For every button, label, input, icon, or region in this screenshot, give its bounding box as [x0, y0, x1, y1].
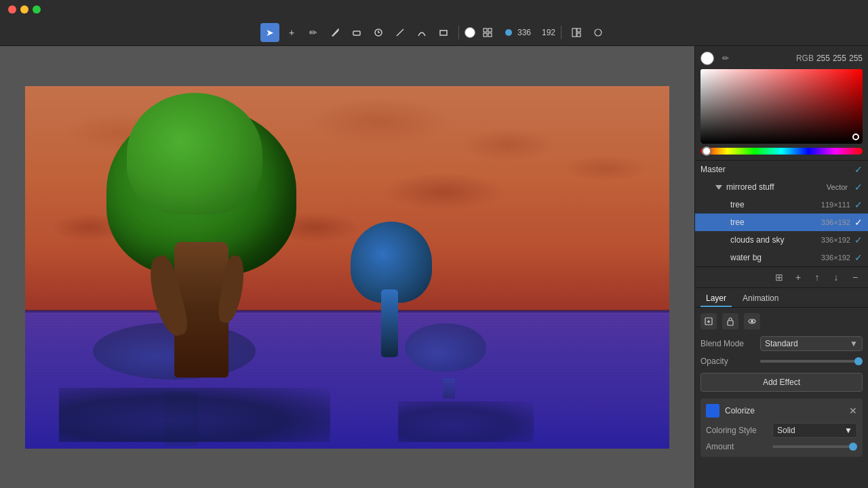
add-tool[interactable]: + — [282, 23, 301, 42]
layer-check-tree2: ✓ — [854, 217, 863, 228]
coloring-style-label: Coloring Style — [706, 426, 767, 435]
pixel-canvas[interactable] — [25, 86, 669, 449]
svg-rect-10 — [577, 33, 580, 37]
toolbar-divider — [458, 26, 459, 39]
opacity-row: Opacity — [701, 357, 863, 366]
layer-size-tree2: 336×192 — [821, 218, 850, 226]
effect-header: Colorize ✕ — [706, 404, 857, 418]
line-tool[interactable] — [391, 23, 410, 42]
rgb-b: 255 — [849, 54, 863, 63]
layer-tool-delete[interactable]: − — [848, 270, 863, 285]
color-gradient[interactable] — [701, 69, 863, 144]
amount-label: Amount — [706, 442, 767, 451]
grid-tool[interactable] — [478, 23, 497, 42]
coord-indicator — [505, 29, 512, 36]
brush-tool[interactable] — [326, 23, 344, 42]
toolbar: ➤ + ✏ 336 192 — [0, 19, 868, 46]
color-picker-section: ✏ RGB 255 255 255 — [695, 46, 868, 161]
tab-layer[interactable]: Layer — [701, 291, 732, 307]
opacity-slider[interactable] — [760, 360, 863, 363]
tree-small — [344, 222, 439, 371]
layer-item-tree1[interactable]: tree 119×111 ✓ — [695, 196, 868, 214]
rgb-r: 255 — [816, 54, 830, 63]
window-controls[interactable] — [8, 5, 41, 14]
layer-item-clouds[interactable]: clouds and sky 336×192 ✓ — [695, 231, 868, 249]
right-panel: ✏ RGB 255 255 255 Master — [694, 46, 868, 488]
layer-tabs: Layer Animation — [695, 288, 868, 308]
amount-row: Amount — [706, 442, 857, 451]
layer-item-tree2[interactable]: tree 336×192 ✓ — [695, 214, 868, 231]
layer-toolbar: ⊞ + ↑ ↓ − — [695, 267, 868, 288]
layers-section: Master ✓ mirrored stuff Vector ✓ tree 11… — [695, 161, 868, 267]
layer-lock-icon[interactable] — [722, 313, 738, 329]
layer-check-clouds: ✓ — [854, 235, 863, 245]
color-mode-pencil[interactable]: ✏ — [719, 52, 732, 64]
coordinates-display: 336 192 — [505, 28, 555, 37]
svg-rect-4 — [484, 28, 487, 32]
coloring-style-value: Solid — [777, 426, 795, 435]
svg-rect-5 — [488, 28, 492, 32]
color-swatch[interactable] — [701, 52, 714, 65]
svg-point-11 — [595, 29, 601, 36]
layer-export-icon[interactable] — [701, 313, 717, 329]
coloring-style-select[interactable]: Solid ▼ — [772, 423, 857, 438]
blend-mode-row: Blend Mode Standard ▼ — [701, 336, 863, 351]
layer-size-water: 336×192 — [821, 253, 850, 262]
layer-tool-down[interactable]: ↓ — [829, 270, 844, 285]
layer-name-clouds: clouds and sky — [730, 235, 817, 245]
extra-tool[interactable] — [589, 23, 608, 42]
layout-tool[interactable] — [567, 23, 586, 42]
layer-visible-icon[interactable] — [744, 313, 760, 329]
coloring-style-row: Coloring Style Solid ▼ — [706, 423, 857, 438]
add-effect-button[interactable]: Add Effect — [701, 373, 863, 392]
layer-item-water[interactable]: water bg 336×192 ✓ — [695, 249, 868, 266]
layer-size-clouds: 336×192 — [821, 236, 850, 244]
layer-options: Blend Mode Standard ▼ Opacity Add Effect — [695, 308, 868, 468]
layer-tool-up[interactable]: ↑ — [810, 270, 825, 285]
tab-animation[interactable]: Animation — [737, 291, 784, 307]
curve-tool[interactable] — [412, 23, 431, 42]
color-picker-button[interactable] — [465, 27, 475, 38]
layer-name-tree2: tree — [730, 218, 817, 227]
main-area: ✏ RGB 255 255 255 Master — [0, 46, 868, 488]
layer-tool-1[interactable]: ⊞ — [772, 270, 787, 285]
eraser-tool[interactable] — [347, 23, 366, 42]
layer-check-master: ✓ — [854, 164, 863, 175]
layer-type-mirrored: Vector — [827, 183, 848, 191]
hue-cursor — [702, 146, 711, 156]
layer-tool-add[interactable]: + — [791, 270, 806, 285]
rgb-g: 255 — [833, 54, 846, 63]
coord-y: 192 — [542, 28, 555, 37]
opacity-label: Opacity — [701, 357, 755, 366]
layer-item-mirrored[interactable]: mirrored stuff Vector ✓ — [695, 178, 868, 196]
svg-rect-16 — [728, 321, 733, 325]
effect-name: Colorize — [725, 406, 844, 415]
svg-rect-6 — [484, 33, 487, 37]
pencil-tool[interactable]: ✏ — [304, 23, 323, 42]
svg-rect-7 — [488, 33, 492, 37]
maximize-button[interactable] — [33, 5, 41, 14]
svg-rect-3 — [440, 30, 447, 35]
close-button[interactable] — [8, 5, 16, 14]
svg-line-2 — [397, 29, 403, 36]
minimize-button[interactable] — [20, 5, 28, 14]
layer-name-water: water bg — [730, 253, 817, 262]
rect-tool[interactable] — [434, 23, 453, 42]
water-cloud-reflection2 — [398, 401, 534, 442]
hue-slider[interactable] — [701, 148, 863, 155]
tree-large — [93, 106, 310, 378]
selector-tool[interactable]: ➤ — [260, 23, 279, 42]
layer-item-master[interactable]: Master ✓ — [695, 161, 868, 178]
blend-mode-select[interactable]: Standard ▼ — [760, 336, 863, 351]
amount-slider[interactable] — [772, 445, 857, 448]
effect-close-button[interactable]: ✕ — [849, 405, 857, 416]
effect-color-swatch[interactable] — [706, 404, 719, 418]
opacity-handle — [854, 357, 863, 365]
coloring-style-arrow: ▼ — [844, 426, 852, 435]
effect-color-inner — [706, 404, 719, 418]
fill-tool[interactable] — [369, 23, 388, 42]
svg-rect-8 — [572, 28, 576, 37]
canvas-area[interactable] — [0, 46, 694, 488]
color-picker-header: ✏ RGB 255 255 255 — [701, 52, 863, 65]
tree-large-trunk — [174, 242, 229, 378]
